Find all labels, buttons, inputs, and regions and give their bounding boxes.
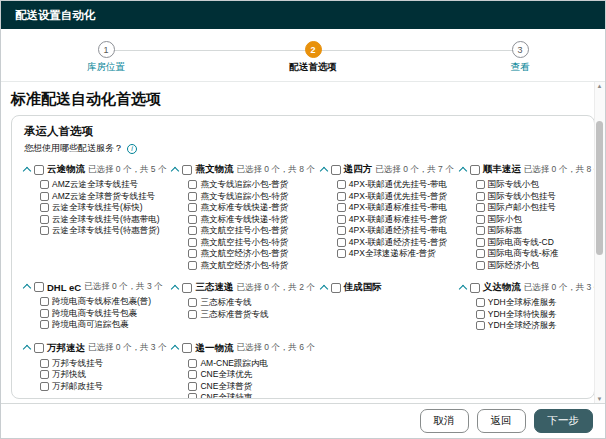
carrier-service-option[interactable]: CNE全球普货 — [188, 381, 314, 393]
carrier-service-option[interactable]: 国际电商专线-标准 — [476, 248, 595, 260]
carrier-service-checkbox[interactable] — [337, 249, 346, 258]
carrier-service-option[interactable]: 燕文航空挂号小包-普货 — [188, 225, 314, 237]
carrier-service-checkbox[interactable] — [188, 359, 197, 368]
carrier-service-option[interactable]: YDH全球标准服务 — [476, 297, 595, 309]
step-shipping-preferences[interactable]: 2 配送首选项 — [268, 41, 358, 74]
collapse-chevron-icon[interactable] — [320, 166, 328, 174]
carrier-service-checkbox[interactable] — [476, 310, 485, 319]
carrier-service-option[interactable]: 跨境电商专线标准包裹(普) — [40, 296, 166, 308]
carrier-group-checkbox[interactable] — [34, 165, 44, 175]
carrier-group-checkbox[interactable] — [470, 165, 480, 175]
carrier-service-option[interactable]: 跨境电商专线挂号包裹 — [40, 308, 166, 320]
carrier-service-checkbox[interactable] — [188, 393, 197, 399]
carrier-service-option[interactable]: 国际专线小包挂号 — [476, 191, 595, 203]
carrier-service-checkbox[interactable] — [337, 192, 346, 201]
carrier-service-checkbox[interactable] — [188, 261, 197, 270]
carrier-service-option[interactable]: 4PX-联邮通优先挂号-带电 — [337, 179, 454, 191]
carrier-service-option[interactable]: 三态标准专线 — [188, 297, 314, 309]
carrier-service-option[interactable]: AMZ云途全球普货专线挂号 — [40, 191, 166, 203]
carrier-service-checkbox[interactable] — [40, 180, 49, 189]
carrier-service-option[interactable]: 三态标准普货专线 — [188, 309, 314, 321]
carrier-service-checkbox[interactable] — [188, 310, 197, 319]
vertical-scrollbar[interactable]: ▲ ▼ — [594, 82, 605, 403]
next-button[interactable]: 下一步 — [534, 409, 594, 433]
carrier-service-option[interactable]: 燕文航空挂号小包-特货 — [188, 237, 314, 249]
carrier-service-checkbox[interactable] — [40, 370, 49, 379]
carrier-service-option[interactable]: 燕文专线追踪小包-特货 — [188, 191, 314, 203]
carrier-service-checkbox[interactable] — [476, 261, 485, 270]
collapse-chevron-icon[interactable] — [23, 284, 31, 292]
collapse-chevron-icon[interactable] — [458, 166, 466, 174]
carrier-service-checkbox[interactable] — [40, 203, 49, 212]
carrier-service-checkbox[interactable] — [337, 180, 346, 189]
carrier-service-option[interactable]: 4PX-联邮通经济挂号-带电 — [337, 225, 454, 237]
scroll-down-icon[interactable]: ▼ — [595, 395, 604, 403]
carrier-service-option[interactable]: 国际小包 — [476, 214, 595, 226]
step-warehouse-location[interactable]: 1 库房位置 — [61, 41, 151, 74]
carrier-service-checkbox[interactable] — [40, 297, 49, 306]
carrier-service-option[interactable]: 燕文专线追踪小包-普货 — [188, 179, 314, 191]
carrier-service-option[interactable]: 国际专线小包 — [476, 179, 595, 191]
carrier-service-checkbox[interactable] — [188, 226, 197, 235]
carrier-group-checkbox[interactable] — [34, 343, 44, 353]
carrier-service-checkbox[interactable] — [337, 226, 346, 235]
collapse-chevron-icon[interactable] — [171, 284, 179, 292]
carrier-service-option[interactable]: 跨境电商可追踪包裹 — [40, 319, 166, 331]
collapse-chevron-icon[interactable] — [458, 284, 466, 292]
carrier-service-option[interactable]: 国际标惠 — [476, 225, 595, 237]
carrier-service-checkbox[interactable] — [40, 382, 49, 391]
collapse-chevron-icon[interactable] — [171, 345, 179, 353]
carrier-service-option[interactable]: 4PX-联邮通标准挂号-普货 — [337, 214, 454, 226]
carrier-group-checkbox[interactable] — [182, 283, 192, 293]
carrier-service-checkbox[interactable] — [188, 249, 197, 258]
carrier-service-option[interactable]: 4PX-联邮通标准挂号-带电 — [337, 202, 454, 214]
carrier-service-option[interactable]: CNE全球特惠 — [188, 392, 314, 399]
carrier-service-checkbox[interactable] — [337, 238, 346, 247]
carrier-group-checkbox[interactable] — [182, 343, 192, 353]
scrollbar-thumb[interactable] — [596, 121, 603, 256]
collapse-chevron-icon[interactable] — [320, 284, 328, 292]
carrier-service-option[interactable]: 万邦快线 — [40, 369, 166, 381]
carrier-group-checkbox[interactable] — [470, 283, 480, 293]
carrier-service-checkbox[interactable] — [476, 238, 485, 247]
carrier-service-option[interactable]: 燕文标准专线快递-普货 — [188, 202, 314, 214]
carrier-service-option[interactable]: 国际经济小包 — [476, 260, 595, 272]
carrier-service-checkbox[interactable] — [476, 321, 485, 330]
carrier-service-option[interactable]: CNE全球优先 — [188, 369, 314, 381]
carrier-service-option[interactable]: 万邦专线挂号 — [40, 358, 166, 370]
carrier-service-option[interactable]: 4PX全球速递标准-普货 — [337, 248, 454, 260]
carrier-service-checkbox[interactable] — [40, 309, 49, 318]
carrier-service-option[interactable]: 4PX-联邮通优先挂号-普货 — [337, 191, 454, 203]
carrier-service-option[interactable]: AMZ云途全球专线挂号 — [40, 179, 166, 191]
carrier-service-checkbox[interactable] — [337, 203, 346, 212]
carrier-service-checkbox[interactable] — [476, 298, 485, 307]
carrier-service-checkbox[interactable] — [476, 180, 485, 189]
carrier-service-checkbox[interactable] — [476, 192, 485, 201]
back-button[interactable]: 返回 — [477, 409, 526, 433]
step-review[interactable]: 3 查看 — [475, 41, 565, 74]
carrier-service-option[interactable]: 万邦邮政挂号 — [40, 381, 166, 393]
carrier-service-option[interactable]: 国际卢邮小包挂号 — [476, 202, 595, 214]
carrier-service-checkbox[interactable] — [476, 226, 485, 235]
carrier-service-checkbox[interactable] — [188, 370, 197, 379]
info-icon[interactable]: i — [127, 144, 137, 154]
carrier-service-checkbox[interactable] — [476, 203, 485, 212]
carrier-service-checkbox[interactable] — [188, 215, 197, 224]
carrier-service-checkbox[interactable] — [188, 180, 197, 189]
scroll-up-icon[interactable]: ▲ — [595, 82, 604, 90]
carrier-service-option[interactable]: AM-CNE跟踪内电 — [188, 358, 314, 370]
carrier-service-option[interactable]: YDH全球特快服务 — [476, 309, 595, 321]
collapse-chevron-icon[interactable] — [23, 166, 31, 174]
carrier-service-option[interactable]: YDH全球经济服务 — [476, 320, 595, 332]
carrier-service-option[interactable]: 云途全球专线挂号(特惠普货) — [40, 225, 166, 237]
carrier-service-checkbox[interactable] — [40, 359, 49, 368]
carrier-service-checkbox[interactable] — [476, 215, 485, 224]
carrier-service-checkbox[interactable] — [40, 192, 49, 201]
carrier-service-checkbox[interactable] — [40, 215, 49, 224]
carrier-service-checkbox[interactable] — [188, 382, 197, 391]
carrier-group-checkbox[interactable] — [182, 165, 192, 175]
carrier-service-option[interactable]: 国际电商专线-CD — [476, 237, 595, 249]
carrier-group-checkbox[interactable] — [331, 165, 341, 175]
carrier-group-checkbox[interactable] — [331, 283, 341, 293]
carrier-service-option[interactable]: 燕文航空经济小包-特货 — [188, 260, 314, 272]
